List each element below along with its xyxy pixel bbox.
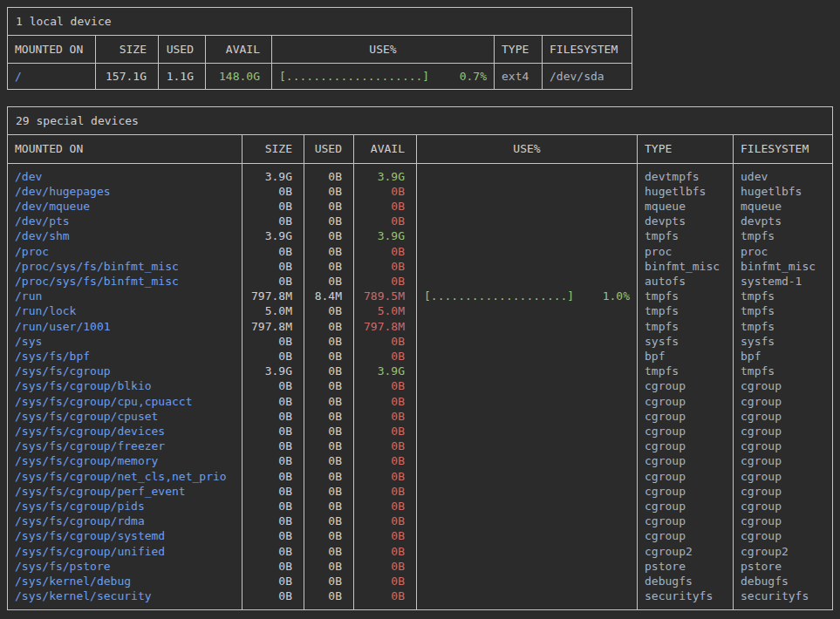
used-cell: 0B [304, 424, 354, 439]
mount-point-cell: /sys/fs/cgroup/unified [8, 544, 242, 559]
filesystem-cell: tmpfs [734, 228, 832, 243]
used-cell: 0B [304, 184, 354, 199]
avail-cell: 0B [354, 274, 417, 289]
avail-cell: 0B [354, 439, 417, 453]
size-cell: 0B [242, 424, 304, 439]
avail-cell: 0B [354, 544, 417, 559]
used-cell: 0B [304, 514, 354, 528]
avail-cell: 0B [354, 259, 417, 274]
filesystem-cell: debugfs [734, 574, 832, 588]
mount-point-cell: /sys/fs/cgroup/devices [8, 424, 242, 439]
table-row: /dev/shm3.9G0B3.9Gtmpfstmpfs [8, 228, 832, 243]
use-percent-cell [417, 303, 638, 318]
filesystem-cell: cgroup [734, 409, 832, 424]
avail-cell: 0B [354, 424, 417, 439]
mount-point-cell: /dev/shm [8, 228, 242, 243]
fs-type-cell: ext4 [495, 64, 543, 89]
use-percent-cell [417, 244, 638, 259]
filesystem-cell: securityfs [734, 588, 832, 609]
table-row: /sys/kernel/debug0B0B0Bdebugfsdebugfs [8, 574, 832, 588]
mount-point-cell: /sys/fs/cgroup/cpuset [8, 409, 242, 424]
table-body-1: /dev3.9G0B3.9Gdevtmpfsudev/dev/hugepages… [8, 164, 832, 609]
local-devices-table: 1 local device MOUNTED ON SIZE USED AVAI… [7, 7, 632, 90]
table-row: /sys/fs/cgroup/net_cls,net_prio0B0B0Bcgr… [8, 469, 832, 484]
filesystem-cell: cgroup [734, 514, 832, 528]
used-cell: 0B [304, 199, 354, 214]
size-cell: 0B [242, 528, 304, 543]
mount-point-cell: /run [8, 289, 242, 303]
mount-point-cell: /sys/fs/cgroup/blkio [8, 378, 242, 393]
avail-cell: 0B [354, 574, 417, 588]
use-percent-cell [417, 184, 638, 199]
table-row: /run797.8M8.4M789.5M[...................… [8, 289, 832, 303]
used-cell: 0B [304, 484, 354, 499]
filesystem-cell: tmpfs [734, 289, 832, 303]
used-cell: 1.1G [159, 64, 206, 89]
table-row: /sys/fs/pstore0B0B0Bpstorepstore [8, 559, 832, 574]
filesystem-cell: tmpfs [734, 319, 832, 334]
size-cell: 3.9G [242, 228, 304, 243]
use-percent-cell [417, 364, 638, 378]
table-title-special: 29 special devices [8, 107, 832, 135]
size-cell: 0B [242, 214, 304, 228]
avail-cell: 0B [354, 394, 417, 409]
avail-cell: 0B [354, 244, 417, 259]
fs-type-cell: securityfs [638, 588, 734, 609]
avail-cell: 0B [354, 453, 417, 468]
size-cell: 0B [242, 453, 304, 468]
table-row: /proc/sys/fs/binfmt_misc0B0B0Bautofssyst… [8, 274, 832, 289]
column-header-mounted-on: MOUNTED ON [8, 135, 242, 162]
avail-cell: 3.9G [354, 228, 417, 243]
mount-point-cell: /sys/fs/cgroup [8, 364, 242, 378]
used-cell: 0B [304, 364, 354, 378]
use-percent-cell [417, 228, 638, 243]
mount-point-cell: /sys/fs/cgroup/perf_event [8, 484, 242, 499]
size-cell: 3.9G [242, 364, 304, 378]
use-percent-cell [417, 514, 638, 528]
filesystem-cell: cgroup [734, 439, 832, 453]
filesystem-cell: cgroup [734, 484, 832, 499]
column-header-type: TYPE [495, 36, 543, 63]
fs-type-cell: hugetlbfs [638, 184, 734, 199]
table-row: /sys/fs/cgroup/devices0B0B0Bcgroupcgroup [8, 424, 832, 439]
column-header-used: USED [159, 36, 206, 63]
avail-cell: 3.9G [354, 164, 417, 184]
mount-point-cell: /sys/fs/cgroup/pids [8, 499, 242, 514]
avail-cell: 0B [354, 184, 417, 199]
size-cell: 0B [242, 259, 304, 274]
table-row: /run/user/1001797.8M0B797.8Mtmpfstmpfs [8, 319, 832, 334]
fs-type-cell: mqueue [638, 199, 734, 214]
used-cell: 0B [304, 259, 354, 274]
use-percent-cell [417, 409, 638, 424]
used-cell: 0B [304, 574, 354, 588]
table-title-local: 1 local device [8, 8, 632, 36]
mount-point-cell: / [8, 64, 96, 89]
filesystem-cell: sysfs [734, 334, 832, 349]
size-cell: 0B [242, 394, 304, 409]
use-percent-cell [417, 544, 638, 559]
used-cell: 0B [304, 274, 354, 289]
use-percent-cell [417, 499, 638, 514]
column-header-filesystem: FILESYSTEM [543, 36, 632, 63]
fs-type-cell: cgroup [638, 394, 734, 409]
fs-type-cell: bpf [638, 349, 734, 364]
use-percent-cell [417, 424, 638, 439]
filesystem-cell: cgroup2 [734, 544, 832, 559]
size-cell: 797.8M [242, 289, 304, 303]
avail-cell: 0B [354, 334, 417, 349]
filesystem-cell: bpf [734, 349, 832, 364]
fs-type-cell: cgroup [638, 499, 734, 514]
use-percent-cell [417, 469, 638, 484]
mount-point-cell: /run/user/1001 [8, 319, 242, 334]
use-percent-cell [417, 214, 638, 228]
fs-type-cell: tmpfs [638, 303, 734, 318]
table-row: /sys/fs/cgroup/freezer0B0B0Bcgroupcgroup [8, 439, 832, 453]
table-row: /dev/mqueue0B0B0Bmqueuemqueue [8, 199, 832, 214]
used-cell: 0B [304, 164, 354, 184]
mount-point-cell: /sys/fs/cgroup/net_cls,net_prio [8, 469, 242, 484]
filesystem-cell: systemd-1 [734, 274, 832, 289]
used-cell: 0B [304, 499, 354, 514]
filesystem-cell: tmpfs [734, 303, 832, 318]
table-body-0: /157.1G1.1G148.0G[....................]0… [8, 64, 632, 89]
table-row: /157.1G1.1G148.0G[....................]0… [8, 64, 632, 89]
